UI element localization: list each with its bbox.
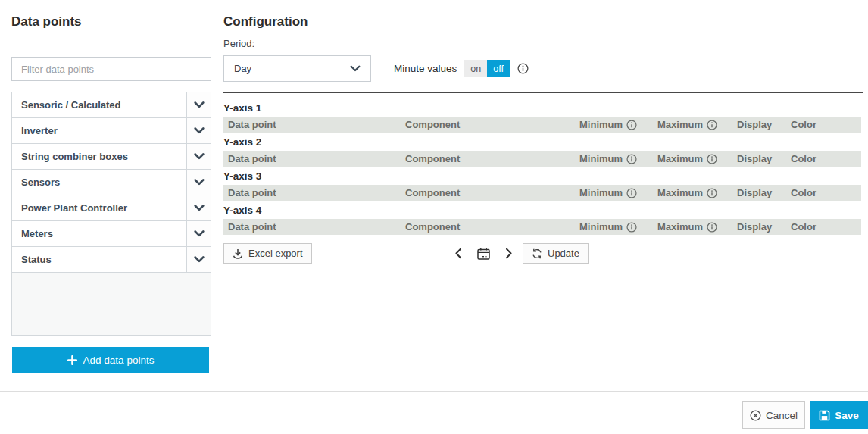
column-header-component: Component: [405, 153, 579, 164]
category-row[interactable]: Sensors: [12, 170, 211, 195]
column-header-component: Component: [405, 187, 579, 198]
chevron-down-icon[interactable]: [186, 247, 211, 272]
period-select[interactable]: Day: [223, 55, 371, 82]
column-header-minimum: Minimum: [579, 221, 657, 233]
period-label: Period:: [223, 38, 254, 49]
category-row[interactable]: Sensoric / Calculated: [12, 92, 211, 118]
category-label: Inverter: [12, 118, 186, 143]
chevron-down-icon[interactable]: [186, 118, 211, 143]
category-label: Sensors: [12, 170, 186, 195]
category-label: Power Plant Controller: [12, 195, 186, 220]
category-row[interactable]: Inverter: [12, 118, 211, 144]
chevron-down-icon[interactable]: [186, 195, 211, 220]
info-icon[interactable]: [707, 120, 717, 130]
axis-header-row: Data point Component Minimum Maximum Dis…: [223, 219, 861, 235]
column-header-minimum: Minimum: [579, 153, 657, 164]
chevron-down-icon[interactable]: [186, 221, 211, 246]
column-header-color: Color: [791, 119, 861, 130]
filter-data-points-input[interactable]: [11, 57, 211, 81]
info-icon[interactable]: [517, 63, 529, 74]
column-header-display: Display: [737, 153, 791, 164]
save-icon: [819, 410, 830, 421]
data-points-title: Data points: [11, 14, 82, 30]
column-header-display: Display: [737, 221, 791, 233]
column-header-minimum: Minimum: [579, 119, 657, 130]
minute-values-label: Minute values: [394, 63, 457, 74]
add-data-points-button[interactable]: Add data points: [12, 347, 209, 373]
excel-export-label: Excel export: [248, 248, 303, 259]
axis-title: Y-axis 1: [223, 99, 861, 117]
category-row[interactable]: Status: [12, 247, 211, 273]
axis-title: Y-axis 4: [223, 201, 861, 219]
column-header-data-point: Data point: [223, 187, 405, 198]
column-header-display: Display: [737, 119, 791, 130]
column-header-color: Color: [791, 153, 861, 164]
column-header-color: Color: [791, 221, 861, 233]
save-label: Save: [835, 410, 859, 421]
period-selected-value: Day: [234, 63, 251, 74]
minute-values-off-button[interactable]: off: [487, 60, 510, 77]
date-navigation: [454, 243, 513, 264]
column-header-maximum: Maximum: [657, 187, 737, 198]
info-icon[interactable]: [626, 188, 637, 198]
download-icon: [233, 248, 243, 259]
category-label: String combiner boxes: [12, 144, 186, 169]
column-header-maximum: Maximum: [657, 153, 737, 164]
excel-export-button[interactable]: Excel export: [223, 243, 312, 264]
category-label: Sensoric / Calculated: [12, 92, 186, 117]
axis-header-row: Data point Component Minimum Maximum Dis…: [223, 185, 861, 201]
chevron-down-icon[interactable]: [186, 92, 211, 117]
chevron-down-icon: [350, 65, 361, 72]
next-period-button[interactable]: [505, 248, 513, 259]
category-label: Status: [12, 247, 186, 272]
add-data-points-label: Add data points: [83, 354, 155, 366]
axis-header-row: Data point Component Minimum Maximum Dis…: [223, 151, 861, 167]
column-header-display: Display: [737, 187, 791, 198]
column-header-data-point: Data point: [223, 221, 405, 233]
axis-title: Y-axis 3: [223, 167, 861, 185]
category-label: Meters: [12, 221, 186, 246]
chevron-down-icon[interactable]: [186, 170, 211, 195]
info-icon[interactable]: [626, 222, 637, 233]
column-header-component: Component: [405, 119, 579, 130]
column-header-maximum: Maximum: [657, 119, 737, 130]
configuration-panel: Configuration Period: Day Minute values …: [223, 0, 861, 434]
column-header-data-point: Data point: [223, 119, 405, 130]
category-row[interactable]: String combiner boxes: [12, 144, 211, 170]
minute-values-on-button[interactable]: on: [464, 60, 487, 77]
category-row[interactable]: Power Plant Controller: [12, 195, 211, 221]
previous-period-button[interactable]: [454, 248, 462, 259]
axis-block: Y-axis 1 Data point Component Minimum Ma…: [223, 99, 861, 133]
cancel-label: Cancel: [766, 410, 798, 421]
cancel-icon: [750, 410, 761, 421]
calendar-button[interactable]: [477, 248, 490, 260]
table-bottom-divider: [223, 239, 861, 239]
category-row[interactable]: Meters: [12, 221, 211, 247]
cancel-button[interactable]: Cancel: [742, 401, 805, 429]
info-icon[interactable]: [626, 120, 637, 130]
refresh-icon: [532, 248, 542, 259]
info-icon[interactable]: [707, 222, 717, 233]
axis-block: Y-axis 4 Data point Component Minimum Ma…: [223, 201, 861, 235]
save-button[interactable]: Save: [810, 401, 868, 429]
info-icon[interactable]: [626, 154, 637, 164]
axis-block: Y-axis 2 Data point Component Minimum Ma…: [223, 133, 861, 167]
axes: Y-axis 1 Data point Component Minimum Ma…: [223, 99, 861, 236]
axis-header-row: Data point Component Minimum Maximum Dis…: [223, 117, 861, 133]
category-list: Sensoric / Calculated Inverter String co…: [11, 92, 211, 336]
update-button[interactable]: Update: [523, 243, 589, 264]
data-points-panel: Data points Sensoric / Calculated Invert…: [11, 0, 211, 434]
configuration-title: Configuration: [223, 14, 308, 30]
info-icon[interactable]: [707, 154, 717, 164]
plus-icon: [67, 355, 77, 365]
column-header-component: Component: [405, 221, 579, 233]
chevron-down-icon[interactable]: [186, 144, 211, 169]
footer-divider: [0, 391, 868, 392]
info-icon[interactable]: [707, 188, 717, 198]
chevron-right-icon: [505, 248, 513, 259]
column-header-color: Color: [791, 187, 861, 198]
minute-values-group: Minute values on off: [394, 60, 529, 77]
column-header-maximum: Maximum: [657, 221, 737, 233]
configuration-divider: [223, 92, 863, 93]
column-header-data-point: Data point: [223, 153, 405, 164]
